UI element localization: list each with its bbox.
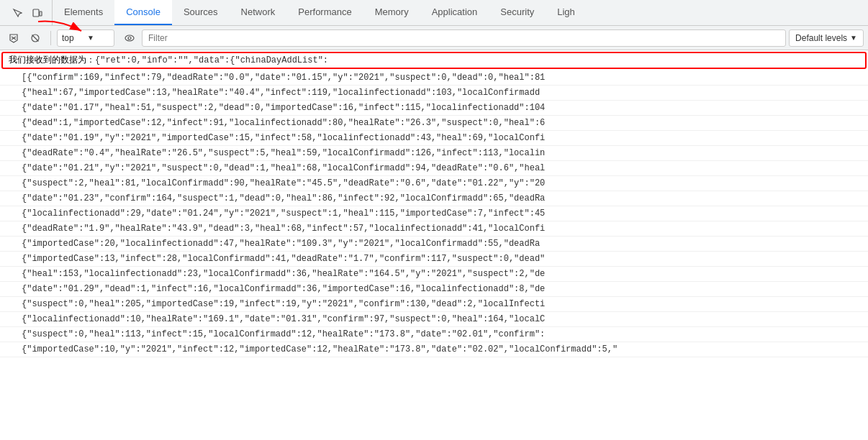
log-content-16: {"suspect":0,"heal":205,"importedCase":1… [22,298,862,311]
log-content-15: {"date":"01.29","dead":1,"infect":16,"lo… [22,283,862,295]
tabs-container: Elements Console Sources Network Perform… [53,0,865,25]
console-line: {"date":"01.17","heal":51,"suspect":2,"d… [0,101,868,116]
log-content-11: {"deadRate":"1.9","healRate":"43.9","dea… [22,222,862,235]
tab-memory[interactable]: Memory [363,0,420,25]
log-content-1: [{"confirm":169,"infect":79,"deadRate":"… [22,71,862,84]
log-label: 我们接收到的数据为： [9,55,95,65]
tab-elements[interactable]: Elements [53,0,114,25]
console-line: {"date":"01.21","y":"2021","suspect":0,"… [0,161,868,176]
filter-input[interactable] [142,29,786,47]
console-line: {"suspect":0,"heal":113,"infect":15,"loc… [0,327,868,342]
log-content-2: {"heal":67,"importedCase":13,"healRate":… [22,86,862,99]
divider-1 [50,31,51,45]
log-content-9: {"date":"01.23","confirm":164,"suspect":… [22,192,862,205]
console-line: {"localinfectionadd":29,"date":"01.24","… [0,206,868,221]
log-content-17: {"localinfectionadd":10,"healRate":"169.… [22,313,862,326]
log-content-13: {"importedCase":13,"infect":28,"localCon… [22,252,862,265]
devtools-icons [3,0,53,25]
tab-network[interactable]: Network [230,0,287,25]
log-content-14: {"heal":153,"localinfectionadd":23,"loca… [22,267,862,280]
console-line: {"suspect":2,"heal":81,"localConfirmadd"… [0,176,868,191]
console-line: {"deadRate":"0.4","healRate":"26.5","sus… [0,146,868,161]
tab-lighthouse[interactable]: Ligh [546,0,587,25]
log-content-6: {"deadRate":"0.4","healRate":"26.5","sus… [22,147,862,160]
console-line: {"dead":1,"importedCase":12,"infect":91,… [0,116,868,131]
tab-application[interactable]: Application [420,0,489,25]
tab-security[interactable]: Security [489,0,546,25]
log-content-5: {"date":"01.19","y":"2021","importedCase… [22,132,862,145]
console-line: {"date":"01.23","confirm":164,"suspect":… [0,191,868,206]
svg-rect-1 [40,12,42,16]
context-selector[interactable]: top ▼ [57,29,114,47]
log-levels-dropdown[interactable]: Default levels ▼ [789,29,864,47]
svg-point-8 [125,35,134,41]
log-content-3: {"date":"01.17","heal":51,"suspect":2,"d… [22,101,862,114]
console-line: {"localinfectionadd":10,"healRate":"169.… [0,312,868,327]
device-icon[interactable] [29,4,46,22]
console-line: {"date":"01.19","y":"2021","importedCase… [0,131,868,146]
console-output[interactable]: 我们接收到的数据为：{"ret":0,"info":"","data":{"ch… [0,50,868,440]
log-content-8: {"suspect":2,"heal":81,"localConfirmadd"… [22,177,862,190]
cursor-icon[interactable] [9,4,26,22]
svg-point-9 [128,37,131,40]
console-toolbar: top ▼ Default levels ▼ [0,26,868,50]
tab-performance[interactable]: Performance [286,0,363,25]
log-content-19: {"importedCase":10,"y":"2021","infect":1… [22,343,862,356]
eye-icon[interactable] [120,29,139,47]
tab-sources[interactable]: Sources [172,0,230,25]
levels-chevron-icon: ▼ [850,34,857,42]
log-content-4: {"dead":1,"importedCase":12,"infect":91,… [22,116,862,129]
console-line: {"deadRate":"1.9","healRate":"43.9","dea… [0,221,868,237]
console-line: {"heal":153,"localinfectionadd":23,"loca… [0,267,868,282]
svg-rect-0 [33,9,39,17]
stop-icon[interactable] [26,29,45,47]
console-line: {"heal":67,"importedCase":13,"healRate":… [0,86,868,101]
log-content-18: {"suspect":0,"heal":113,"infect":15,"loc… [22,328,862,341]
console-line: {"suspect":0,"heal":205,"importedCase":1… [0,297,868,312]
log-content-0: {"ret":0,"info":"","data":{"chinaDayAddL… [95,55,328,65]
log-content-10: {"localinfectionadd":29,"date":"01.24","… [22,207,862,220]
console-line: {"importedCase":10,"y":"2021","infect":1… [0,342,868,357]
console-line: {"date":"01.29","dead":1,"infect":16,"lo… [0,282,868,297]
console-line: {"importedCase":20,"localinfectionadd":4… [0,237,868,252]
console-line: 我们接收到的数据为：{"ret":0,"info":"","data":{"ch… [1,52,867,69]
tab-console[interactable]: Console [114,0,172,25]
clear-console-button[interactable] [4,29,23,47]
tab-bar: Elements Console Sources Network Perform… [0,0,868,26]
chevron-down-icon: ▼ [87,34,109,42]
log-content-12: {"importedCase":20,"localinfectionadd":4… [22,237,862,250]
console-line: {"importedCase":13,"infect":28,"localCon… [0,252,868,267]
console-line: [{"confirm":169,"infect":79,"deadRate":"… [0,70,868,86]
log-content-7: {"date":"01.21","y":"2021","suspect":0,"… [22,162,862,175]
